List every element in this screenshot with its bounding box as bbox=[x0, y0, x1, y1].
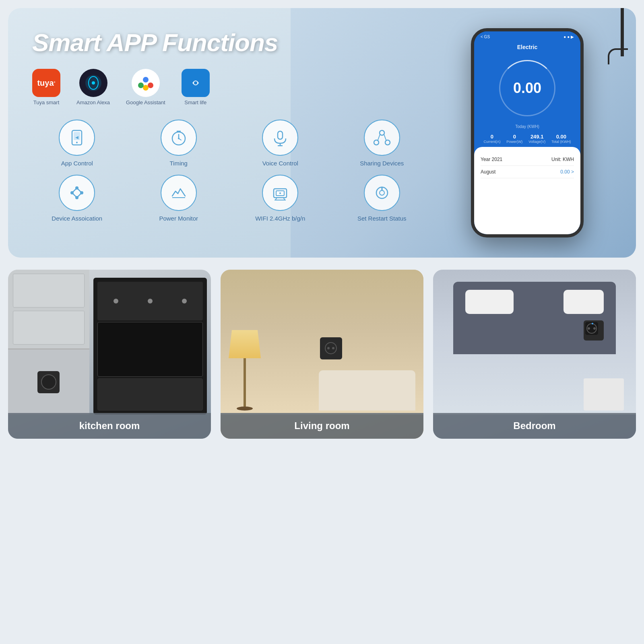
svg-rect-17 bbox=[278, 131, 283, 139]
features-grid: App Control Timing bbox=[32, 120, 427, 222]
stat-voltage-lbl: Voltage(V) bbox=[528, 140, 545, 144]
app-control-icon bbox=[59, 120, 95, 156]
phone-stats-row: 0 Current(A) 0 Power(W) 249.1 Voltage(V) bbox=[474, 130, 580, 147]
svg-point-25 bbox=[75, 186, 78, 190]
phone-year-row: Year 2021 Unit: KWH bbox=[481, 153, 574, 166]
phone-month: August bbox=[481, 169, 495, 175]
stat-total-lbl: Total (KWH) bbox=[551, 140, 571, 144]
stat-total-val: 0.00 bbox=[551, 134, 571, 140]
phone-screen: < GS ● ● ▶ Electric 0.00 bbox=[474, 31, 580, 234]
svg-point-3 bbox=[143, 77, 149, 83]
svg-point-39 bbox=[325, 343, 336, 354]
logo-tuya: tuya ° Tuya smart bbox=[32, 69, 60, 105]
feature-restart: Set Restart Status bbox=[337, 175, 427, 222]
oven-window bbox=[97, 322, 203, 377]
app-logos-row: tuya ° Tuya smart A bbox=[32, 69, 427, 105]
svg-line-24 bbox=[384, 134, 386, 141]
restart-label: Set Restart Status bbox=[357, 215, 407, 222]
bedroom-interior bbox=[433, 270, 636, 415]
logo-smartlife: Smart life bbox=[182, 69, 210, 105]
oven-knob-2 bbox=[148, 299, 153, 303]
wifi-icon bbox=[262, 175, 298, 211]
right-panel: < GS ● ● ▶ Electric 0.00 bbox=[443, 28, 612, 237]
gauge-circle: 0.00 bbox=[499, 60, 555, 116]
oven-knob-1 bbox=[114, 299, 118, 303]
oven-top bbox=[97, 282, 203, 320]
sharing-devices-label: Sharing Devices bbox=[360, 160, 404, 167]
alexa-logo-icon bbox=[79, 69, 107, 97]
phone-gauge-area: 0.00 bbox=[474, 52, 580, 124]
svg-point-5 bbox=[143, 85, 149, 91]
kitchen-outlet-inner bbox=[41, 374, 56, 390]
svg-point-20 bbox=[380, 130, 384, 135]
svg-point-46 bbox=[592, 323, 593, 324]
svg-point-35 bbox=[279, 192, 281, 194]
living-label: Living room bbox=[294, 420, 349, 431]
tuya-label: Tuya smart bbox=[33, 99, 60, 105]
stat-current: 0 Current(A) bbox=[483, 134, 500, 144]
svg-point-8 bbox=[194, 81, 197, 85]
device-association-icon bbox=[59, 175, 95, 211]
feature-timing: Timing bbox=[134, 120, 224, 167]
lamp-base bbox=[237, 407, 253, 411]
svg-rect-10 bbox=[74, 132, 80, 140]
oven-area bbox=[93, 278, 207, 415]
gauge-value: 0.00 bbox=[513, 80, 541, 97]
stat-power-val: 0 bbox=[506, 134, 522, 140]
power-monitor-label: Power Monitor bbox=[159, 215, 198, 222]
stat-current-lbl: Current(A) bbox=[483, 140, 500, 144]
stat-current-val: 0 bbox=[483, 134, 500, 140]
phone-month-val: 0.00 > bbox=[560, 169, 574, 175]
smartlife-label: Smart life bbox=[184, 99, 206, 105]
sofa bbox=[319, 370, 415, 411]
svg-point-28 bbox=[70, 191, 74, 194]
today-kwh-label: Today (KWH) bbox=[474, 124, 580, 130]
lamp-shade bbox=[229, 330, 261, 358]
phone-title: Electric bbox=[474, 42, 580, 52]
svg-point-11 bbox=[76, 142, 78, 143]
stat-power: 0 Power(W) bbox=[506, 134, 522, 144]
stat-voltage-val: 249.1 bbox=[528, 134, 545, 140]
top-content: Smart APP Functions tuya ° Tuya smart bbox=[32, 28, 612, 237]
svg-point-44 bbox=[588, 327, 590, 330]
top-section: Smart APP Functions tuya ° Tuya smart bbox=[8, 8, 636, 258]
cabinet-area bbox=[8, 270, 89, 415]
svg-point-40 bbox=[327, 347, 330, 349]
timing-icon bbox=[161, 120, 197, 156]
wifi-label: WIFI 2.4GHz b/g/n bbox=[255, 215, 305, 222]
room-card-kitchen: kitchen room bbox=[8, 270, 211, 439]
left-panel: Smart APP Functions tuya ° Tuya smart bbox=[32, 28, 427, 237]
phone-unit-label: Unit: KWH bbox=[551, 157, 574, 162]
bedroom-outlet bbox=[584, 320, 604, 341]
svg-line-23 bbox=[378, 134, 380, 141]
nightstand bbox=[584, 378, 624, 411]
svg-point-38 bbox=[380, 190, 384, 195]
tuya-logo-icon: tuya ° bbox=[32, 69, 60, 97]
svg-point-26 bbox=[80, 191, 83, 194]
svg-point-4 bbox=[148, 83, 153, 88]
feature-app-control: App Control bbox=[32, 120, 122, 167]
pillow-right bbox=[564, 290, 604, 314]
svg-point-16 bbox=[178, 138, 180, 139]
kitchen-outlet bbox=[37, 371, 60, 393]
kitchen-interior bbox=[8, 270, 211, 415]
stat-voltage: 249.1 Voltage(V) bbox=[528, 134, 545, 144]
feature-power-monitor: Power Monitor bbox=[134, 175, 224, 222]
bottom-section: kitchen room bbox=[8, 270, 636, 439]
phone-year-label: Year 2021 bbox=[481, 157, 502, 162]
sharing-devices-icon bbox=[364, 120, 400, 156]
svg-point-45 bbox=[593, 327, 596, 330]
app-control-label: App Control bbox=[61, 160, 93, 167]
phone-status-bar: < GS ● ● ▶ bbox=[474, 31, 580, 42]
google-logo-icon bbox=[132, 69, 160, 97]
living-label-bar: Living room bbox=[221, 413, 423, 439]
stat-total: 0.00 Total (KWH) bbox=[551, 134, 571, 144]
svg-point-21 bbox=[374, 140, 379, 145]
bedroom-label-bar: Bedroom bbox=[433, 413, 636, 439]
gauge-number: 0.00 bbox=[513, 80, 541, 97]
main-container: Smart APP Functions tuya ° Tuya smart bbox=[8, 8, 636, 439]
phone-month-row: August 0.00 > bbox=[481, 166, 574, 178]
voice-control-icon bbox=[262, 120, 298, 156]
power-monitor-icon bbox=[161, 175, 197, 211]
svg-point-6 bbox=[138, 83, 144, 88]
